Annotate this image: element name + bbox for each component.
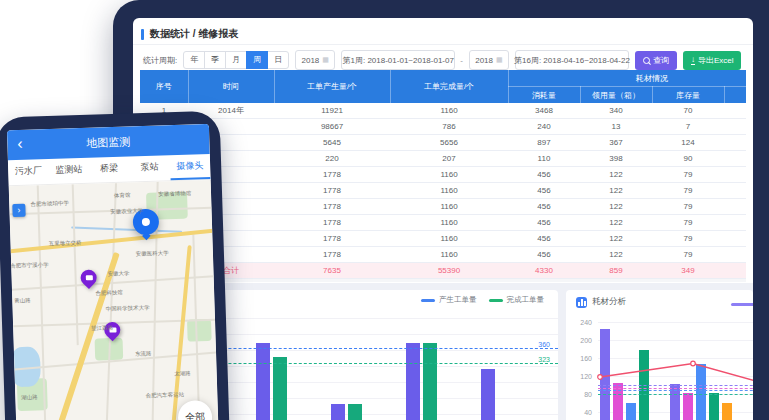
- phone-tab-泵站[interactable]: 泵站: [129, 155, 170, 181]
- table-body: 12014年1192111603468340702509866778624013…: [140, 103, 746, 282]
- y-axis-tick: 240: [568, 319, 592, 326]
- divider: [133, 44, 753, 45]
- table-row: 177811604561227967: [140, 167, 746, 183]
- legend-label: 完成工单量: [507, 295, 545, 305]
- export-excel-button[interactable]: ↓ 导出Excel: [683, 51, 742, 70]
- subcol: 库存量: [652, 87, 724, 104]
- year-start-select[interactable]: 2018 ▦: [295, 50, 335, 70]
- phone-tab-监测站[interactable]: 监测站: [48, 158, 89, 184]
- screenshot-stage: 数据统计 / 维修报表 统计周期: 年季月周日 2018 ▦ 第1周: 2018…: [0, 0, 769, 420]
- table-row: 2202071103989019: [140, 151, 746, 167]
- col-group-consumables: 耗材情况: [508, 70, 746, 87]
- map-label: 五里墩立交桥: [48, 239, 81, 247]
- map-label: 安徽省博物馆: [158, 190, 191, 198]
- map-label: 安徽农业大学: [110, 208, 143, 216]
- col-orders-created: 工单产生量/个: [274, 70, 390, 103]
- year-end-select[interactable]: 2018 ▦: [469, 50, 509, 70]
- range-separator: -: [460, 56, 463, 65]
- subcol: 水量: [724, 87, 746, 104]
- col-time: 时间: [188, 70, 274, 103]
- table-row: 177811604561227967: [140, 231, 746, 247]
- download-icon: ↓: [691, 56, 695, 65]
- map-label: 湖山路: [21, 394, 38, 402]
- consumable-title-row: 耗材分析: [576, 296, 626, 308]
- table-row: 98667786240137690: [140, 119, 746, 135]
- map-label: 体育馆: [114, 192, 131, 200]
- y-axis-tick: 120: [568, 373, 592, 380]
- phone-tab-摄像头[interactable]: 摄像头: [169, 154, 210, 180]
- map-label: 东流路: [135, 350, 152, 358]
- show-all-button[interactable]: 全部: [178, 400, 213, 420]
- average-row: 平均值35390305311114: [140, 279, 746, 283]
- phone-page-title: 地图监测: [86, 134, 130, 150]
- phone-tab-桥梁[interactable]: 桥梁: [89, 156, 130, 182]
- table-row: 177811604561227967: [140, 215, 746, 231]
- breadcrumb-accent-bar: [141, 29, 144, 40]
- legend-swatch: [421, 299, 435, 302]
- period-option-季[interactable]: 季: [204, 51, 226, 69]
- search-icon: [643, 57, 650, 64]
- table-row: 177811604561227967: [140, 199, 746, 215]
- legend-item[interactable]: 产生工单量: [421, 295, 477, 305]
- workorder-legend: 产生工单量完成工单量: [421, 295, 544, 305]
- average-line-label: 360: [538, 341, 550, 348]
- map-label: 合肥市琥珀中学: [30, 200, 69, 208]
- workorder-bar: [256, 343, 270, 420]
- expand-icon[interactable]: ›: [12, 204, 25, 217]
- map-road: [105, 183, 117, 420]
- period-option-日[interactable]: 日: [267, 51, 289, 69]
- map-label: 太湖路: [174, 370, 191, 378]
- phone-map[interactable]: › 全部 合肥市琥珀中学体育馆安徽农业大学安徽省博物馆五里墩立交桥安徽医科大学合…: [9, 180, 219, 420]
- table-row: 12014年119211160346834070250: [140, 103, 746, 119]
- consumable-legend-line: [731, 303, 753, 306]
- map-label: 安徽大学: [107, 270, 129, 278]
- period-option-年[interactable]: 年: [183, 51, 205, 69]
- workorder-bar: [406, 343, 420, 420]
- week-start-input[interactable]: 第1周: 2018-01-01~2018-01-07: [341, 50, 455, 70]
- calendar-icon: ▦: [496, 56, 503, 64]
- period-option-周[interactable]: 周: [246, 51, 268, 69]
- chart-icon: [576, 297, 587, 308]
- map-river: [71, 226, 182, 232]
- consumable-plot: [598, 314, 753, 420]
- workorder-bar: [423, 343, 437, 420]
- query-button[interactable]: 查询: [635, 51, 677, 70]
- export-button-label: 导出Excel: [698, 55, 734, 66]
- filter-label: 统计周期:: [143, 55, 177, 66]
- phone-device-frame: ‹ 地图监测 污水厂监测站桥梁泵站摄像头: [0, 111, 230, 420]
- report-table: 序号 时间 工单产生量/个 工单完成量/个 耗材情况 消耗量领用量（箱）库存量水…: [140, 70, 746, 282]
- legend-item[interactable]: 完成工单量: [489, 295, 545, 305]
- report-table-wrap: 序号 时间 工单产生量/个 工单完成量/个 耗材情况 消耗量领用量（箱）库存量水…: [140, 70, 746, 282]
- legend-swatch: [489, 299, 503, 302]
- map-label: 合肥市宁溪小学: [10, 262, 49, 270]
- workorder-bar: [348, 404, 362, 420]
- table-row: 56455656897367124129: [140, 135, 746, 151]
- total-row: 合计763555390433085934933: [140, 263, 746, 279]
- legend-label: 产生工单量: [439, 295, 477, 305]
- phone-header: ‹ 地图监测: [7, 124, 210, 160]
- calendar-icon: ▦: [322, 56, 329, 64]
- map-label: 合肥科技馆: [95, 289, 123, 297]
- map-road: [71, 184, 78, 345]
- y-axis-tick: 40: [568, 409, 592, 416]
- table-row: 177811604561227967: [140, 183, 746, 199]
- map-label: 黄山路: [14, 297, 31, 305]
- back-icon[interactable]: ‹: [17, 134, 23, 154]
- period-option-月[interactable]: 月: [225, 51, 247, 69]
- consumable-chart-card: 耗材分析 2402001601208040: [566, 290, 753, 420]
- phone-screen: ‹ 地图监测 污水厂监测站桥梁泵站摄像头: [7, 124, 219, 420]
- col-orders-done: 工单完成量/个: [390, 70, 508, 103]
- year-start-value: 2018: [302, 56, 320, 65]
- table-row: 177811604561227967: [140, 247, 746, 263]
- period-segments: 年季月周日: [183, 51, 289, 69]
- map-label: 安徽医科大学: [136, 250, 169, 258]
- phone-tab-污水厂[interactable]: 污水厂: [8, 159, 49, 185]
- workorder-bar: [481, 369, 495, 420]
- y-axis-tick: 160: [568, 355, 592, 362]
- query-button-label: 查询: [653, 55, 669, 66]
- breadcrumb-text: 数据统计 / 维修报表: [150, 27, 238, 41]
- week-end-input[interactable]: 第16周: 2018-04-16~2018-04-22: [515, 50, 629, 70]
- subcol: 消耗量: [508, 87, 580, 104]
- y-axis-tick: 80: [568, 391, 592, 398]
- workorder-bar: [331, 404, 345, 420]
